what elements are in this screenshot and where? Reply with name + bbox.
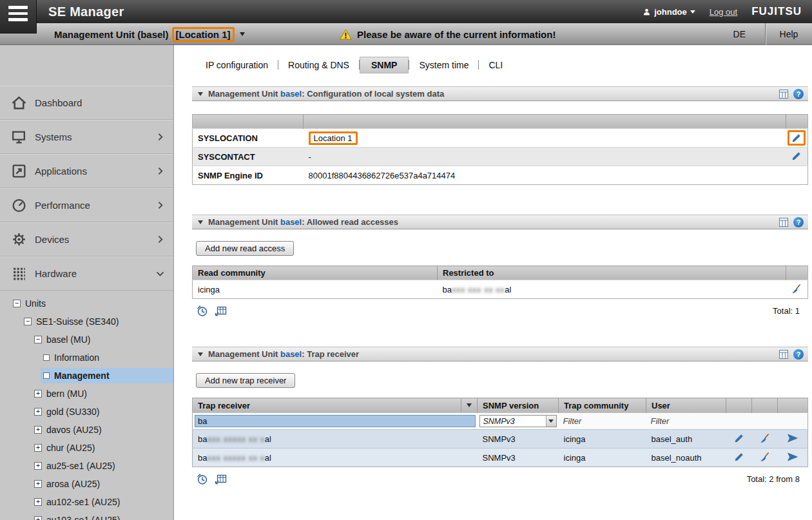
tree-item-label: bern (MU) <box>46 389 87 399</box>
panel-grid-icon[interactable] <box>779 90 788 99</box>
tree-item-gold[interactable]: +gold (SU330) <box>0 403 173 421</box>
expand-toggle-icon[interactable]: + <box>34 390 42 398</box>
collapse-panel-icon[interactable] <box>198 220 203 224</box>
table-settings-icon[interactable] <box>215 305 227 316</box>
user-value: basel_noauth <box>646 448 726 467</box>
tree-item-label: basel (MU) <box>46 334 90 345</box>
collapse-toggle-icon[interactable]: − <box>13 300 21 307</box>
column-header-read-community[interactable]: Read community <box>193 266 438 280</box>
tree-item-chur[interactable]: +chur (AU25) <box>0 439 173 457</box>
trap-receiver-filter-input[interactable] <box>195 415 476 427</box>
sidebar-item-systems[interactable]: Systems <box>0 120 173 154</box>
tab-ip-configuration[interactable]: IP configuration <box>196 57 278 73</box>
panel-local-system-data: Management Unit basel: Configuration of … <box>192 86 808 185</box>
tree-item-bern[interactable]: +bern (MU) <box>0 385 173 403</box>
add-read-access-button[interactable]: Add new read access <box>196 241 294 256</box>
help-icon[interactable]: ? <box>793 89 804 99</box>
context-label: Management Unit (basel) <box>54 29 169 40</box>
edit-icon[interactable] <box>791 151 802 161</box>
collapse-toggle-icon[interactable]: − <box>24 318 32 325</box>
trap-community-filter-input[interactable] <box>561 415 644 427</box>
syslocation-value-cell: Location 1 <box>304 129 786 148</box>
help-link[interactable]: Help <box>766 29 812 39</box>
sidebar-item-hardware[interactable]: Hardware <box>0 256 173 291</box>
tree-item-davos[interactable]: +davos (AU25) <box>0 421 173 439</box>
column-header-trap-community[interactable]: Trap community <box>559 398 646 413</box>
unit-link[interactable]: basel <box>280 349 302 359</box>
sidebar-item-devices[interactable]: Devices <box>0 222 173 256</box>
sidebar-item-performance[interactable]: Performance <box>0 188 173 222</box>
column-header-trap-receiver[interactable]: Trap receiver <box>193 398 478 413</box>
tree-item-information[interactable]: Information <box>0 349 173 367</box>
expand-toggle-icon[interactable]: + <box>34 444 42 452</box>
menu-button[interactable] <box>0 0 37 34</box>
expand-toggle-icon[interactable]: + <box>34 426 42 434</box>
panel-grid-icon[interactable] <box>779 350 788 359</box>
edit-icon[interactable] <box>734 452 744 462</box>
tree-item-se1-suisse[interactable]: −SE1-Suisse (SE340) <box>0 313 173 331</box>
table-settings-icon[interactable] <box>215 474 227 485</box>
collapse-panel-icon[interactable] <box>198 92 203 96</box>
hamburger-icon <box>8 6 28 9</box>
expand-toggle-icon[interactable]: + <box>34 408 42 416</box>
tab-system-time[interactable]: System time <box>409 57 478 73</box>
unit-link[interactable]: basel <box>280 217 302 227</box>
context-bar: Management Unit (basel) [Location 1] Ple… <box>0 23 812 45</box>
panel-grid-icon[interactable] <box>779 218 788 227</box>
help-icon[interactable]: ? <box>793 217 804 227</box>
collapse-panel-icon[interactable] <box>198 352 203 356</box>
auto-refresh-icon[interactable] <box>196 305 208 317</box>
delete-icon[interactable] <box>760 433 770 443</box>
help-icon[interactable]: ? <box>793 349 804 360</box>
redacted-text: xxx xxx xx xx <box>452 285 505 294</box>
expand-toggle-icon[interactable]: + <box>34 462 42 470</box>
logout-link[interactable]: Log out <box>710 7 737 17</box>
leaf-box-icon <box>43 354 50 361</box>
tab-cli[interactable]: CLI <box>479 57 512 73</box>
expand-toggle-icon[interactable]: + <box>34 498 42 506</box>
sidebar-item-dashboard[interactable]: Dashboard <box>0 86 173 120</box>
action-cell <box>786 280 808 299</box>
edit-icon[interactable] <box>734 433 744 443</box>
tree-item-arosa[interactable]: +arosa (AU25) <box>0 475 173 493</box>
action-cell <box>726 430 752 448</box>
delete-icon[interactable] <box>791 284 802 294</box>
unit-link[interactable]: basel <box>280 89 302 99</box>
column-header-user[interactable]: User <box>646 398 726 413</box>
current-information-warning[interactable]: Please be aware of the current informati… <box>340 23 556 45</box>
tree-item-au102-se1[interactable]: +au102-se1 (AU25) <box>0 493 173 511</box>
sort-dropdown-icon[interactable] <box>461 398 472 412</box>
language-switch[interactable]: DE <box>714 29 765 39</box>
auto-refresh-icon[interactable] <box>196 473 208 485</box>
table-header-cell <box>786 115 808 129</box>
trap-receiver-value: baxxx xxxxx xx xal <box>193 448 478 467</box>
collapse-toggle-icon[interactable]: − <box>34 336 42 343</box>
context-selector[interactable]: Management Unit (basel) [Location 1] <box>54 23 245 45</box>
edit-icon[interactable] <box>791 133 802 143</box>
devices-icon <box>10 231 27 247</box>
send-test-trap-icon[interactable] <box>787 452 798 462</box>
dashboard-icon <box>10 94 27 111</box>
snmp-version-filter-select[interactable]: SNMPv3 <box>479 415 557 427</box>
tree-item-au103-se1[interactable]: +au103-se1 (AU25) <box>0 511 173 520</box>
tree-item-management[interactable]: Management <box>0 367 173 385</box>
user-menu[interactable]: johndoe <box>643 7 695 17</box>
expand-toggle-icon[interactable]: + <box>34 480 42 488</box>
delete-icon[interactable] <box>760 452 770 462</box>
column-header-restricted-to[interactable]: Restricted to <box>438 266 786 280</box>
sidebar-item-label: Dashboard <box>35 97 82 108</box>
sidebar-item-applications[interactable]: Applications <box>0 154 173 188</box>
send-test-trap-icon[interactable] <box>787 433 798 443</box>
expand-toggle-icon[interactable]: + <box>34 516 42 520</box>
edit-highlight <box>788 130 806 146</box>
tree-item-basel[interactable]: −basel (MU) <box>0 331 173 349</box>
tree-item-au25-se1[interactable]: +au25-se1 (AU25) <box>0 457 173 475</box>
tree-item-units[interactable]: −Units <box>0 294 173 313</box>
column-header-snmp-version[interactable]: SNMP version <box>478 398 559 413</box>
local-system-data-table: SYSLOCATION Location 1 SYSCONTACT - SNMP… <box>192 114 808 185</box>
add-trap-receiver-button[interactable]: Add new trap receiver <box>196 373 295 388</box>
tab-snmp[interactable]: SNMP <box>360 57 409 73</box>
syscontact-label: SYSCONTACT <box>193 148 304 166</box>
tab-routing-dns[interactable]: Routing & DNS <box>278 57 359 73</box>
user-filter-input[interactable] <box>648 415 724 427</box>
